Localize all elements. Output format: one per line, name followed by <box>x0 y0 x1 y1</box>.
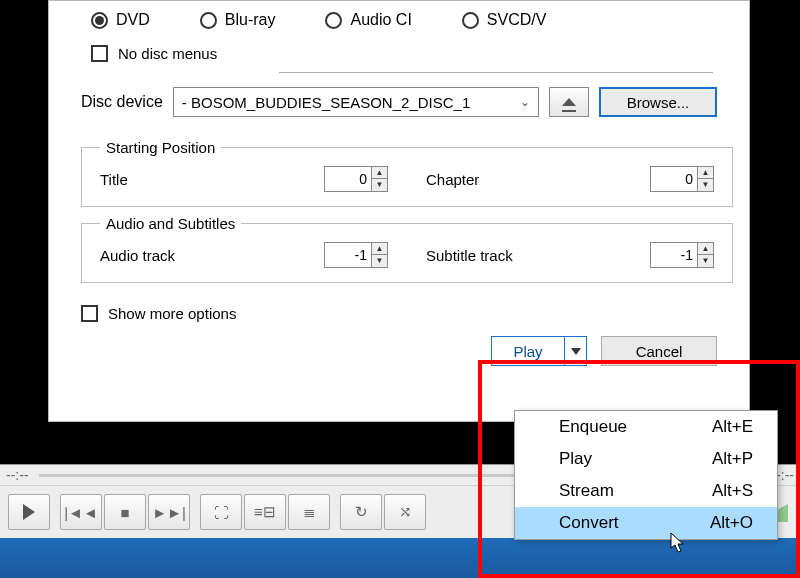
chapter-spin[interactable]: 0 ▲▼ <box>650 166 714 192</box>
extended-button[interactable]: ≡⊟ <box>244 494 286 530</box>
menu-accel: Alt+S <box>712 481 753 501</box>
audio-subtitles-group: Audio and Subtitles Audio track -1 ▲▼ Su… <box>81 215 733 283</box>
title-value: 0 <box>325 171 371 187</box>
audio-subtitles-legend: Audio and Subtitles <box>100 215 241 232</box>
disc-device-combo[interactable]: - BOSOM_BUDDIES_SEASON_2_DISC_1 ⌄ <box>173 87 539 117</box>
show-more-options-label: Show more options <box>108 305 236 322</box>
browse-label: Browse... <box>627 94 690 111</box>
menu-accel: Alt+E <box>712 417 753 437</box>
menu-item-stream[interactable]: Stream Alt+S <box>515 475 777 507</box>
down-icon[interactable]: ▼ <box>372 255 387 267</box>
chapter-value: 0 <box>651 171 697 187</box>
time-elapsed: --:-- <box>6 467 29 483</box>
radio-svcd-label: SVCD/V <box>487 11 547 29</box>
audio-track-spin[interactable]: -1 ▲▼ <box>324 242 388 268</box>
eject-icon <box>562 98 576 106</box>
radio-audio-cd[interactable]: Audio CI <box>325 11 411 29</box>
starting-position-group: Starting Position Title 0 ▲▼ Chapter 0 ▲… <box>81 139 733 207</box>
menu-accel: Alt+O <box>710 513 753 533</box>
down-icon[interactable]: ▼ <box>698 255 713 267</box>
menu-item-play[interactable]: Play Alt+P <box>515 443 777 475</box>
fullscreen-button[interactable]: ⛶ <box>200 494 242 530</box>
starting-position-legend: Starting Position <box>100 139 221 156</box>
menu-label: Play <box>559 449 592 469</box>
disc-device-label: Disc device <box>81 93 163 111</box>
menu-label: Convert <box>559 513 619 533</box>
up-icon[interactable]: ▲ <box>372 167 387 179</box>
menu-label: Stream <box>559 481 614 501</box>
menu-label: Enqueue <box>559 417 627 437</box>
prev-button[interactable]: |◄◄ <box>60 494 102 530</box>
menu-item-convert[interactable]: Convert Alt+O <box>515 507 777 539</box>
play-icon <box>23 504 35 520</box>
radio-svcd[interactable]: SVCD/V <box>462 11 547 29</box>
stop-button[interactable]: ■ <box>104 494 146 530</box>
radio-dvd-label: DVD <box>116 11 150 29</box>
playlist-button[interactable]: ≣ <box>288 494 330 530</box>
cancel-button[interactable]: Cancel <box>601 336 717 366</box>
play-button-label: Play <box>492 343 564 360</box>
play-button[interactable] <box>8 494 50 530</box>
down-icon[interactable]: ▼ <box>698 179 713 191</box>
audio-track-label: Audio track <box>100 247 250 264</box>
cancel-label: Cancel <box>636 343 683 360</box>
random-button[interactable]: ⤭ <box>384 494 426 530</box>
play-split-button[interactable]: Play <box>491 336 587 366</box>
up-icon[interactable]: ▲ <box>698 243 713 255</box>
play-dropdown-toggle[interactable] <box>564 337 586 365</box>
next-button[interactable]: ►►| <box>148 494 190 530</box>
menu-item-enqueue[interactable]: Enqueue Alt+E <box>515 411 777 443</box>
no-disc-menus-label: No disc menus <box>118 45 217 62</box>
title-spin[interactable]: 0 ▲▼ <box>324 166 388 192</box>
loop-button[interactable]: ↻ <box>340 494 382 530</box>
chevron-down-icon: ⌄ <box>520 95 530 109</box>
open-media-dialog: DVD Blu-ray Audio CI SVCD/V No disc menu… <box>48 0 750 422</box>
subtitle-track-label: Subtitle track <box>426 247 576 264</box>
up-icon[interactable]: ▲ <box>698 167 713 179</box>
radio-dvd[interactable]: DVD <box>91 11 150 29</box>
chapter-label: Chapter <box>426 171 576 188</box>
up-icon[interactable]: ▲ <box>372 243 387 255</box>
taskbar <box>0 538 800 578</box>
down-icon[interactable]: ▼ <box>372 179 387 191</box>
title-label: Title <box>100 171 250 188</box>
disc-device-value: - BOSOM_BUDDIES_SEASON_2_DISC_1 <box>182 94 470 111</box>
radio-bluray-label: Blu-ray <box>225 11 276 29</box>
eject-button[interactable] <box>549 87 589 117</box>
radio-audio-label: Audio CI <box>350 11 411 29</box>
dropdown-triangle-icon <box>571 348 581 355</box>
audio-track-value: -1 <box>325 247 371 263</box>
play-dropdown-menu: Enqueue Alt+E Play Alt+P Stream Alt+S Co… <box>514 410 778 540</box>
browse-button[interactable]: Browse... <box>599 87 717 117</box>
menu-accel: Alt+P <box>712 449 753 469</box>
subtitle-track-spin[interactable]: -1 ▲▼ <box>650 242 714 268</box>
subtitle-track-value: -1 <box>651 247 697 263</box>
show-more-options-checkbox[interactable] <box>81 305 98 322</box>
no-disc-menus-checkbox[interactable] <box>91 45 108 62</box>
radio-bluray[interactable]: Blu-ray <box>200 11 276 29</box>
